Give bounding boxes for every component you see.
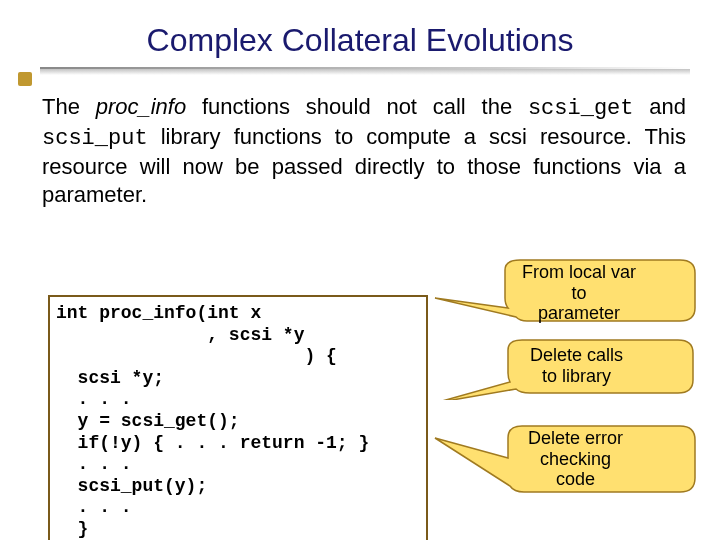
text: parameter [522, 303, 636, 324]
text: The [42, 94, 96, 119]
code-line: . . . [56, 389, 420, 411]
code-line: . . . [56, 454, 420, 476]
text: functions should not call the [186, 94, 528, 119]
scsi-put-ident: scsi_put [42, 126, 148, 151]
proc-info-ident: proc_info [96, 94, 187, 119]
slide-title: Complex Collateral Evolutions [0, 0, 720, 59]
code-line: ) { [56, 346, 420, 368]
callout-text: Delete calls to library [530, 345, 623, 386]
code-line: } [56, 519, 420, 540]
code-line: scsi *y; [56, 368, 420, 390]
text: and [634, 94, 686, 119]
text: code [528, 469, 623, 490]
code-line: int proc_info(int x [56, 303, 420, 325]
scsi-get-ident: scsi_get [528, 96, 634, 121]
code-line: y = scsi_get(); [56, 411, 420, 433]
text: From local var [522, 262, 636, 283]
code-line: . . . [56, 497, 420, 519]
callout-text: From local var to parameter [522, 262, 636, 324]
slide-bullet [18, 72, 32, 86]
title-underline [40, 67, 690, 75]
code-line: scsi_put(y); [56, 476, 420, 498]
code-line: if(!y) { . . . return -1; } [56, 433, 420, 455]
text: Delete calls [530, 345, 623, 366]
text: Delete error [528, 428, 623, 449]
text: checking [528, 449, 623, 470]
code-line: , scsi *y [56, 325, 420, 347]
text: to library [530, 366, 623, 387]
code-box: int proc_info(int x , scsi *y ) { scsi *… [48, 295, 428, 540]
text: to [522, 283, 636, 304]
callout-text: Delete error checking code [528, 428, 623, 490]
body-paragraph: The proc_info functions should not call … [42, 93, 686, 210]
